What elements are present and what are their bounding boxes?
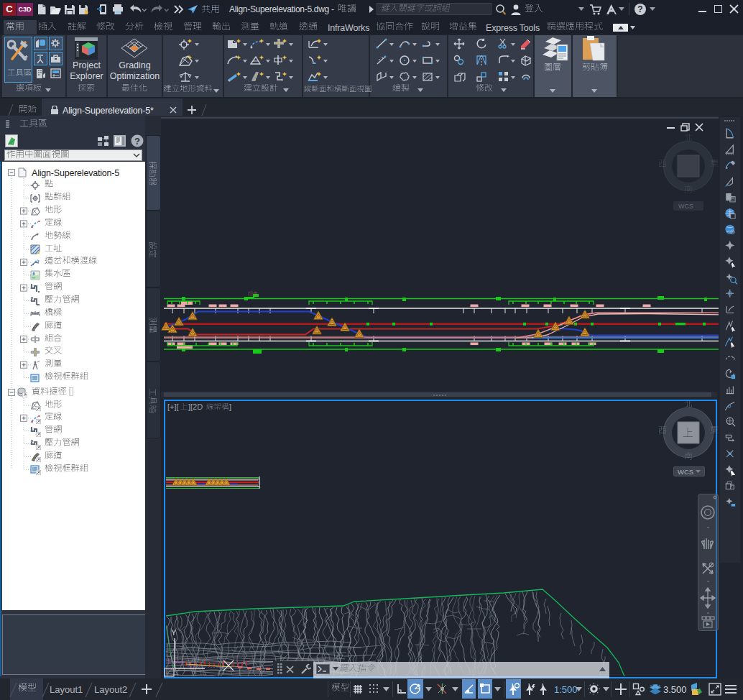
svg-text:?: ?: [637, 4, 642, 14]
svg-text:?: ?: [134, 136, 140, 147]
svg-text:Y: Y: [171, 628, 177, 637]
